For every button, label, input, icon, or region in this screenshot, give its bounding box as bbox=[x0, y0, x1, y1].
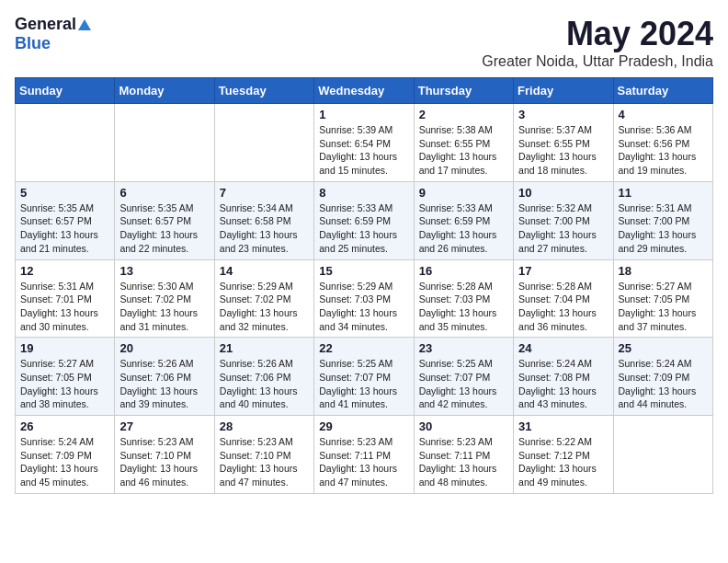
day-info: Sunrise: 5:38 AM Sunset: 6:55 PM Dayligh… bbox=[419, 123, 508, 178]
title-block: May 2024 Greater Noida, Uttar Pradesh, I… bbox=[482, 15, 713, 70]
logo-general: General bbox=[15, 15, 76, 34]
calendar-week-2: 5Sunrise: 5:35 AM Sunset: 6:57 PM Daylig… bbox=[16, 181, 713, 259]
day-number: 24 bbox=[518, 341, 608, 355]
day-number: 19 bbox=[20, 341, 109, 355]
day-info: Sunrise: 5:32 AM Sunset: 7:00 PM Dayligh… bbox=[518, 201, 608, 256]
day-number: 27 bbox=[119, 419, 209, 433]
calendar-cell: 9Sunrise: 5:33 AM Sunset: 6:59 PM Daylig… bbox=[414, 181, 513, 259]
weekday-header-row: SundayMondayTuesdayWednesdayThursdayFrid… bbox=[16, 78, 713, 104]
calendar-cell bbox=[214, 104, 313, 182]
calendar-cell: 4Sunrise: 5:36 AM Sunset: 6:56 PM Daylig… bbox=[613, 104, 712, 182]
day-number: 28 bbox=[220, 419, 309, 433]
day-info: Sunrise: 5:28 AM Sunset: 7:03 PM Dayligh… bbox=[419, 280, 508, 334]
calendar-cell: 27Sunrise: 5:23 AM Sunset: 7:10 PM Dayli… bbox=[115, 416, 214, 494]
day-number: 5 bbox=[20, 186, 109, 200]
day-info: Sunrise: 5:27 AM Sunset: 7:05 PM Dayligh… bbox=[20, 357, 109, 411]
day-number: 29 bbox=[319, 419, 408, 433]
logo-blue: Blue bbox=[15, 34, 51, 52]
calendar-cell: 5Sunrise: 5:35 AM Sunset: 6:57 PM Daylig… bbox=[16, 181, 115, 259]
weekday-friday: Friday bbox=[514, 78, 613, 104]
day-info: Sunrise: 5:23 AM Sunset: 7:11 PM Dayligh… bbox=[419, 435, 508, 489]
calendar-cell bbox=[16, 104, 115, 182]
day-number: 3 bbox=[518, 108, 608, 121]
calendar-table: SundayMondayTuesdayWednesdayThursdayFrid… bbox=[15, 77, 713, 494]
calendar-cell: 19Sunrise: 5:27 AM Sunset: 7:05 PM Dayli… bbox=[16, 338, 115, 416]
day-info: Sunrise: 5:23 AM Sunset: 7:10 PM Dayligh… bbox=[119, 435, 209, 489]
day-number: 1 bbox=[319, 108, 408, 121]
day-info: Sunrise: 5:23 AM Sunset: 7:10 PM Dayligh… bbox=[220, 435, 309, 489]
day-number: 23 bbox=[419, 341, 508, 355]
day-number: 14 bbox=[220, 264, 309, 278]
day-number: 8 bbox=[319, 186, 408, 200]
location: Greater Noida, Uttar Pradesh, India bbox=[482, 53, 713, 70]
calendar-cell: 17Sunrise: 5:28 AM Sunset: 7:04 PM Dayli… bbox=[514, 259, 613, 338]
calendar-cell: 15Sunrise: 5:29 AM Sunset: 7:03 PM Dayli… bbox=[314, 259, 414, 338]
calendar-cell: 24Sunrise: 5:24 AM Sunset: 7:08 PM Dayli… bbox=[514, 338, 613, 416]
day-info: Sunrise: 5:28 AM Sunset: 7:04 PM Dayligh… bbox=[518, 280, 608, 334]
day-info: Sunrise: 5:30 AM Sunset: 7:02 PM Dayligh… bbox=[119, 280, 209, 334]
day-number: 6 bbox=[119, 186, 209, 200]
calendar-header: SundayMondayTuesdayWednesdayThursdayFrid… bbox=[16, 78, 713, 104]
day-number: 30 bbox=[419, 419, 508, 433]
day-number: 12 bbox=[20, 264, 109, 278]
weekday-saturday: Saturday bbox=[613, 78, 712, 104]
day-info: Sunrise: 5:26 AM Sunset: 7:06 PM Dayligh… bbox=[119, 357, 209, 411]
day-info: Sunrise: 5:26 AM Sunset: 7:06 PM Dayligh… bbox=[220, 357, 309, 411]
day-number: 18 bbox=[619, 264, 708, 278]
day-info: Sunrise: 5:31 AM Sunset: 7:00 PM Dayligh… bbox=[619, 201, 708, 256]
day-info: Sunrise: 5:29 AM Sunset: 7:02 PM Dayligh… bbox=[220, 280, 309, 334]
day-info: Sunrise: 5:25 AM Sunset: 7:07 PM Dayligh… bbox=[319, 357, 408, 411]
calendar-week-3: 12Sunrise: 5:31 AM Sunset: 7:01 PM Dayli… bbox=[16, 259, 713, 338]
calendar-cell: 2Sunrise: 5:38 AM Sunset: 6:55 PM Daylig… bbox=[414, 104, 513, 182]
weekday-tuesday: Tuesday bbox=[214, 78, 313, 104]
day-info: Sunrise: 5:22 AM Sunset: 7:12 PM Dayligh… bbox=[518, 435, 608, 489]
day-number: 7 bbox=[220, 186, 309, 200]
calendar-week-4: 19Sunrise: 5:27 AM Sunset: 7:05 PM Dayli… bbox=[16, 338, 713, 416]
calendar-cell: 20Sunrise: 5:26 AM Sunset: 7:06 PM Dayli… bbox=[115, 338, 214, 416]
day-info: Sunrise: 5:35 AM Sunset: 6:57 PM Dayligh… bbox=[20, 201, 109, 256]
calendar-cell: 30Sunrise: 5:23 AM Sunset: 7:11 PM Dayli… bbox=[414, 416, 513, 494]
day-number: 22 bbox=[319, 341, 408, 355]
weekday-monday: Monday bbox=[115, 78, 214, 104]
day-info: Sunrise: 5:29 AM Sunset: 7:03 PM Dayligh… bbox=[319, 280, 408, 334]
day-info: Sunrise: 5:25 AM Sunset: 7:07 PM Dayligh… bbox=[419, 357, 508, 411]
calendar-body: 1Sunrise: 5:39 AM Sunset: 6:54 PM Daylig… bbox=[16, 104, 713, 494]
day-info: Sunrise: 5:33 AM Sunset: 6:59 PM Dayligh… bbox=[419, 201, 508, 256]
day-number: 26 bbox=[20, 419, 109, 433]
day-number: 25 bbox=[619, 341, 708, 355]
calendar-cell: 11Sunrise: 5:31 AM Sunset: 7:00 PM Dayli… bbox=[613, 181, 712, 259]
logo-icon bbox=[77, 17, 92, 32]
day-info: Sunrise: 5:36 AM Sunset: 6:56 PM Dayligh… bbox=[619, 123, 708, 178]
day-info: Sunrise: 5:37 AM Sunset: 6:55 PM Dayligh… bbox=[518, 123, 608, 178]
day-number: 21 bbox=[220, 341, 309, 355]
calendar-cell: 3Sunrise: 5:37 AM Sunset: 6:55 PM Daylig… bbox=[514, 104, 613, 182]
calendar-cell: 28Sunrise: 5:23 AM Sunset: 7:10 PM Dayli… bbox=[214, 416, 313, 494]
calendar-cell: 25Sunrise: 5:24 AM Sunset: 7:09 PM Dayli… bbox=[613, 338, 712, 416]
calendar-cell: 7Sunrise: 5:34 AM Sunset: 6:58 PM Daylig… bbox=[214, 181, 313, 259]
calendar-cell: 13Sunrise: 5:30 AM Sunset: 7:02 PM Dayli… bbox=[115, 259, 214, 338]
day-number: 2 bbox=[419, 108, 508, 121]
day-info: Sunrise: 5:39 AM Sunset: 6:54 PM Dayligh… bbox=[319, 123, 408, 178]
day-info: Sunrise: 5:33 AM Sunset: 6:59 PM Dayligh… bbox=[319, 201, 408, 256]
weekday-sunday: Sunday bbox=[16, 78, 115, 104]
day-number: 13 bbox=[119, 264, 209, 278]
calendar-cell: 26Sunrise: 5:24 AM Sunset: 7:09 PM Dayli… bbox=[16, 416, 115, 494]
calendar-cell: 12Sunrise: 5:31 AM Sunset: 7:01 PM Dayli… bbox=[16, 259, 115, 338]
day-info: Sunrise: 5:23 AM Sunset: 7:11 PM Dayligh… bbox=[319, 435, 408, 489]
weekday-thursday: Thursday bbox=[414, 78, 513, 104]
day-number: 4 bbox=[619, 108, 708, 121]
day-info: Sunrise: 5:34 AM Sunset: 6:58 PM Dayligh… bbox=[220, 201, 309, 256]
calendar-cell: 6Sunrise: 5:35 AM Sunset: 6:57 PM Daylig… bbox=[115, 181, 214, 259]
calendar-cell bbox=[115, 104, 214, 182]
calendar-cell: 8Sunrise: 5:33 AM Sunset: 6:59 PM Daylig… bbox=[314, 181, 414, 259]
calendar-cell: 21Sunrise: 5:26 AM Sunset: 7:06 PM Dayli… bbox=[214, 338, 313, 416]
calendar-cell: 14Sunrise: 5:29 AM Sunset: 7:02 PM Dayli… bbox=[214, 259, 313, 338]
calendar-week-5: 26Sunrise: 5:24 AM Sunset: 7:09 PM Dayli… bbox=[16, 416, 713, 494]
day-info: Sunrise: 5:24 AM Sunset: 7:08 PM Dayligh… bbox=[518, 357, 608, 411]
logo: General Blue bbox=[15, 15, 93, 53]
day-number: 9 bbox=[419, 186, 508, 200]
day-number: 11 bbox=[619, 186, 708, 200]
day-info: Sunrise: 5:31 AM Sunset: 7:01 PM Dayligh… bbox=[20, 280, 109, 334]
month-title: May 2024 bbox=[482, 15, 713, 53]
day-number: 10 bbox=[518, 186, 608, 200]
